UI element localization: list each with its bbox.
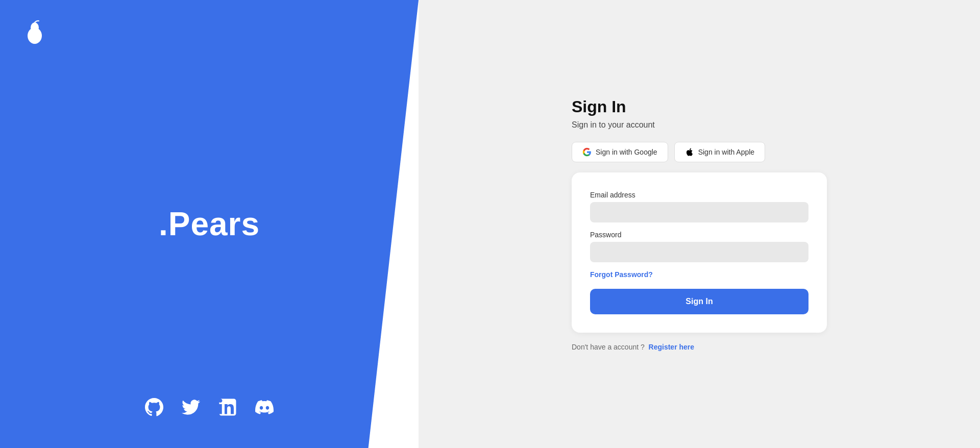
linkedin-icon[interactable]	[217, 397, 238, 417]
sign-in-title: Sign In	[572, 97, 626, 116]
social-icons	[144, 397, 275, 417]
signin-form-card: Email address Password Forgot Password? …	[572, 172, 827, 333]
sign-in-subtitle: Sign in to your account	[572, 120, 655, 130]
apple-icon	[685, 147, 694, 157]
right-inner: Sign In Sign in to your account Sign in …	[572, 97, 827, 351]
email-label: Email address	[590, 191, 808, 199]
apple-signin-label: Sign in with Apple	[698, 148, 755, 156]
twitter-icon[interactable]	[181, 397, 201, 417]
google-signin-label: Sign in with Google	[596, 148, 657, 156]
forgot-password-link[interactable]: Forgot Password?	[590, 270, 653, 279]
svg-point-1	[31, 22, 39, 33]
password-label: Password	[590, 231, 808, 239]
brand-name: .Pears	[159, 205, 260, 243]
signin-submit-button[interactable]: Sign In	[590, 289, 808, 314]
google-icon	[582, 147, 592, 157]
discord-icon[interactable]	[254, 397, 275, 417]
register-link[interactable]: Register here	[649, 343, 694, 351]
email-input[interactable]	[590, 202, 808, 222]
password-field-group: Password	[590, 231, 808, 262]
left-panel: .Pears	[0, 0, 419, 448]
google-signin-button[interactable]: Sign in with Google	[572, 142, 668, 162]
register-prompt: Don't have a account ? Register here	[572, 343, 694, 351]
email-field-group: Email address	[590, 191, 808, 222]
app-logo	[24, 18, 45, 48]
register-prompt-text: Don't have a account ?	[572, 343, 645, 351]
oauth-buttons: Sign in with Google Sign in with Apple	[572, 142, 765, 162]
right-panel: Sign In Sign in to your account Sign in …	[419, 0, 980, 448]
apple-signin-button[interactable]: Sign in with Apple	[674, 142, 766, 162]
github-icon[interactable]	[144, 397, 164, 417]
password-input[interactable]	[590, 242, 808, 262]
